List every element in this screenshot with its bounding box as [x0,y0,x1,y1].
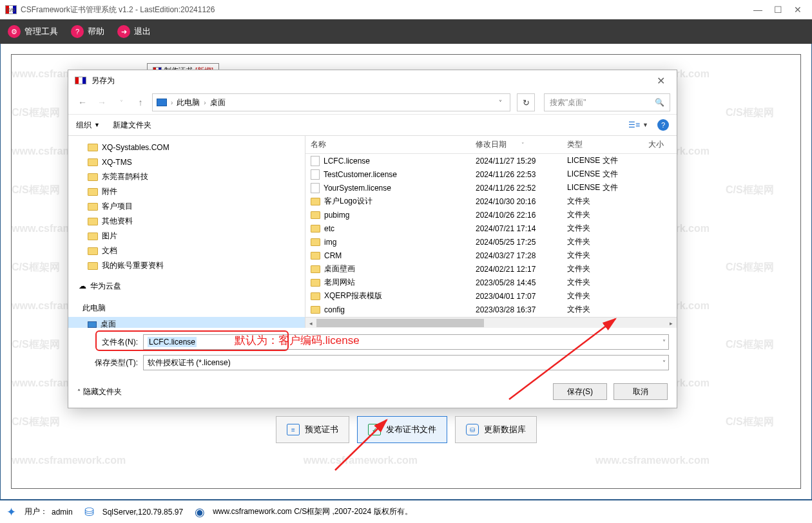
window-titlebar: C/S CSFramework证书管理系统 v1.2 - LastEdition… [0,0,812,19]
tree-item[interactable]: 我的账号重要资料 [68,258,305,273]
menu-bar: ⚙ 管理工具 ? 帮助 ➜ 退出 [0,19,812,44]
folder-icon [88,203,98,211]
folder-icon [311,265,320,273]
file-list[interactable]: LCFC.license 2024/11/27 15:29 LICENSE 文件… [305,154,677,317]
filename-label: 文件名(N): [76,337,143,348]
menu-tools[interactable]: ⚙ 管理工具 [8,25,58,38]
search-input[interactable]: 搜索"桌面" 🔍 [544,93,670,111]
folder-icon [311,306,320,314]
status-user: ✦ 用户：admin [6,505,73,519]
hide-folders-toggle[interactable]: ˄ 隐藏文件夹 [77,386,122,397]
user-icon: ✦ [6,505,21,519]
tree-item[interactable]: 其他资料 [68,214,305,229]
help-icon: ? [71,25,84,38]
file-icon [311,156,320,166]
tree-item[interactable]: 文档 [68,243,305,258]
database-icon: ⛁ [84,505,99,519]
folder-icon [88,188,98,196]
filetype-label: 保存类型(T): [76,357,143,368]
menu-exit[interactable]: ➜ 退出 [117,25,151,38]
folder-icon [311,292,320,300]
scroll-left-icon[interactable]: ◂ [305,318,316,328]
filetype-dropdown-icon[interactable]: ˅ [662,359,666,366]
file-row[interactable]: img 2024/05/25 17:25 文件夹 [305,235,677,249]
tree-item[interactable]: 客户项目 [68,199,305,214]
file-row[interactable]: CRM 2024/03/27 17:28 文件夹 [305,249,677,262]
file-row[interactable]: YourSystem.license 2024/11/26 22:52 LICE… [305,181,677,195]
folder-icon [88,218,98,225]
filename-dropdown-icon[interactable]: ˅ [662,339,666,346]
file-row[interactable]: LCFC.license 2024/11/27 15:29 LICENSE 文件 [305,154,677,167]
refresh-button[interactable]: ↻ [517,93,535,111]
app-logo-icon: C/S [5,5,17,14]
file-row[interactable]: config 2023/03/28 16:37 文件夹 [305,303,677,316]
scroll-right-icon[interactable]: ▸ [666,318,677,328]
help-button[interactable]: ? [657,119,669,131]
folder-icon [88,233,98,240]
folder-icon [311,198,320,205]
folder-icon [311,211,320,219]
dialog-title: 另存为 [92,75,115,86]
file-row[interactable]: TestCustomer.license 2024/11/26 22:53 LI… [305,167,677,181]
folder-icon [311,238,320,246]
file-list-header[interactable]: 名称 修改日期 ˅ 类型 大小 [305,136,677,154]
gear-icon: ⚙ [8,25,21,38]
folder-icon [88,173,98,181]
file-row[interactable]: 桌面壁画 2024/02/21 12:17 文件夹 [305,262,677,276]
file-icon [311,169,320,180]
action-buttons: ≡ 预览证书 ✓ 发布证书文件 ⛁ 更新数据库 [276,416,537,443]
tree-item[interactable]: 附件 [68,184,305,199]
folder-icon [311,279,320,287]
scroll-thumb[interactable] [316,319,484,327]
update-db-button[interactable]: ⛁ 更新数据库 [455,416,537,443]
file-row[interactable]: 老周网站 2023/05/28 14:45 文件夹 [305,276,677,289]
window-title: CSFramework证书管理系统 v1.2 - LastEdition:202… [21,5,215,15]
preview-icon: ≡ [287,424,300,435]
new-folder-button[interactable]: 新建文件夹 [113,120,151,131]
tree-item[interactable]: 东莞喜鹊科技 [68,169,305,184]
nav-forward-button[interactable]: → [94,95,110,110]
maximize-button[interactable]: ☐ [774,5,782,15]
dialog-logo-icon [75,77,86,84]
tree-item[interactable]: 图片 [68,229,305,243]
dialog-close-button[interactable]: ✕ [652,75,670,87]
drive-icon [157,99,167,106]
filetype-select[interactable]: 软件授权证书 (*.license) ˅ [143,355,669,370]
status-db: ⛁ SqlServer,120.79.85.97 [84,505,183,519]
nav-back-button[interactable]: ← [75,95,90,110]
publish-cert-button[interactable]: ✓ 发布证书文件 [357,416,447,443]
file-row[interactable]: XQERP报表模版 2023/04/01 17:07 文件夹 [305,289,677,303]
cancel-button[interactable]: 取消 [614,383,668,400]
nav-recent-button[interactable]: ˅ [113,95,129,110]
database-icon: ⛁ [466,424,479,435]
save-as-dialog: 另存为 ✕ ← → ˅ ↑ › 此电脑 › 桌面 ˅ ↻ 搜索"桌面" 🔍 组织… [68,70,677,408]
desktop-icon [88,321,97,328]
tree-desktop[interactable]: 桌面 [68,317,305,328]
folder-icon [88,247,98,255]
file-icon [311,183,320,193]
tree-pc[interactable]: 此电脑 [68,299,305,317]
file-row[interactable]: pubimg 2024/10/26 22:16 文件夹 [305,208,677,222]
close-button[interactable]: ✕ [794,5,802,15]
file-row[interactable]: 客户Logo设计 2024/10/30 20:16 文件夹 [305,195,677,208]
folder-icon [311,252,320,260]
menu-help[interactable]: ? 帮助 [71,25,104,38]
path-dropdown-icon[interactable]: ˅ [495,99,506,106]
filename-input[interactable]: LCFC.license ˅ [143,334,669,350]
exit-icon: ➜ [117,25,130,38]
file-row[interactable]: etc 2024/07/21 17:14 文件夹 [305,222,677,235]
organize-menu[interactable]: 组织 ▼ [76,120,100,131]
folder-tree[interactable]: XQ-Systables.COMXQ-TMS东莞喜鹊科技附件客户项目其他资料图片… [68,136,305,328]
status-bar: ✦ 用户：admin ⛁ SqlServer,120.79.85.97 ◉ ww… [0,500,812,523]
preview-cert-button[interactable]: ≡ 预览证书 [276,416,349,443]
horizontal-scrollbar[interactable]: ◂ ▸ [305,317,677,328]
tree-item[interactable]: XQ-TMS [68,155,305,169]
tree-cloud[interactable]: ☁华为云盘 [68,277,305,295]
view-mode-button[interactable]: ☰≡ ▼ [628,120,648,129]
cloud-icon: ☁ [79,281,86,290]
path-breadcrumb[interactable]: › 此电脑 › 桌面 ˅ [152,93,510,111]
save-button[interactable]: 保存(S) [553,383,607,400]
minimize-button[interactable]: — [753,5,762,15]
nav-up-button[interactable]: ↑ [133,95,148,110]
tree-item[interactable]: XQ-Systables.COM [68,140,305,155]
